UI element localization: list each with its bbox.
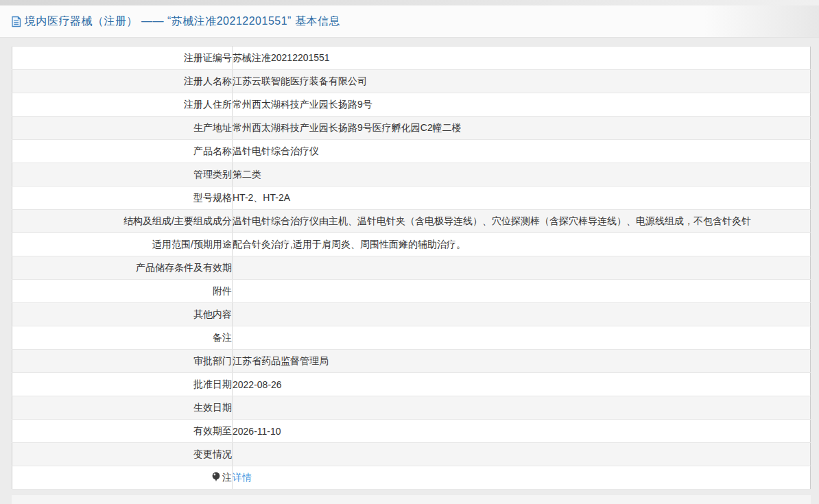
- page-header: 境内医疗器械（注册） —— “苏械注准20212201551” 基本信息: [0, 5, 819, 38]
- table-row: 备注: [12, 326, 811, 350]
- row-label: 批准日期: [12, 373, 233, 396]
- detail-link[interactable]: 详情: [233, 472, 252, 483]
- row-label: 备注: [12, 326, 233, 350]
- table-row: 适用范围/预期用途 配合针灸治疗,适用于肩周炎、周围性面瘫的辅助治疗。: [12, 233, 811, 256]
- row-value: 2022-08-26: [233, 373, 811, 396]
- main-content: 注册证编号 苏械注准20212201551 注册人名称 江苏云联智能医疗装备有限…: [0, 38, 819, 504]
- row-value: 常州西太湖科技产业园长扬路9号医疗孵化园C2幢二楼: [233, 117, 811, 140]
- row-value: 配合针灸治疗,适用于肩周炎、周围性面瘫的辅助治疗。: [233, 233, 811, 256]
- row-value: 第二类: [233, 163, 811, 187]
- table-row: 管理类别 第二类: [12, 163, 811, 187]
- row-label: 产品储存条件及有效期: [12, 256, 233, 280]
- row-label: 生效日期: [12, 396, 233, 420]
- row-value: [233, 443, 811, 466]
- table-row: 批准日期 2022-08-26: [12, 373, 811, 396]
- table-row: 变更情况: [12, 443, 811, 466]
- row-value: 常州西太湖科技产业园长扬路9号: [233, 93, 811, 117]
- registration-info-table: 注册证编号 苏械注准20212201551 注册人名称 江苏云联智能医疗装备有限…: [12, 46, 811, 490]
- table-row: 注册证编号 苏械注准20212201551: [12, 47, 811, 70]
- row-label: 附件: [12, 280, 233, 303]
- row-label: 结构及组成/主要组成成分: [12, 210, 233, 233]
- row-label: 其他内容: [12, 303, 233, 326]
- table-row: 型号规格 HT-2、HT-2A: [12, 187, 811, 210]
- table-row: 生效日期: [12, 396, 811, 420]
- note-row-label: 注: [222, 472, 232, 484]
- row-value: 温针电针综合治疗仪: [233, 140, 811, 163]
- document-icon: [10, 16, 22, 27]
- row-label: 适用范围/预期用途: [12, 233, 233, 256]
- top-strip: [0, 0, 819, 5]
- row-value: [233, 280, 811, 303]
- table-row: 注 详情: [12, 466, 811, 490]
- page-title: 境内医疗器械（注册） —— “苏械注准20212201551” 基本信息: [25, 14, 340, 29]
- table-row: 产品名称 温针电针综合治疗仪: [12, 140, 811, 163]
- row-value: HT-2、HT-2A: [233, 187, 811, 210]
- table-row: 注册人住所 常州西太湖科技产业园长扬路9号: [12, 93, 811, 117]
- footer-strip: [12, 495, 811, 504]
- table-row: 其他内容: [12, 303, 811, 326]
- table-row: 审批部门 江苏省药品监督管理局: [12, 350, 811, 373]
- row-label: 生产地址: [12, 117, 233, 140]
- row-value: [233, 396, 811, 420]
- table-row: 产品储存条件及有效期: [12, 256, 811, 280]
- row-value: 江苏省药品监督管理局: [233, 350, 811, 373]
- row-label: 有效期至: [12, 420, 233, 443]
- row-value: 2026-11-10: [233, 420, 811, 443]
- row-value: [233, 303, 811, 326]
- row-label: 注: [12, 466, 233, 490]
- row-label: 注册人名称: [12, 70, 233, 93]
- row-label: 审批部门: [12, 350, 233, 373]
- row-value: 详情: [233, 466, 811, 490]
- table-row: 结构及组成/主要组成成分 温针电针综合治疗仪由主机、温针电针夹（含电极导连线）、…: [12, 210, 811, 233]
- row-label: 变更情况: [12, 443, 233, 466]
- row-label: 管理类别: [12, 163, 233, 187]
- row-value: [233, 326, 811, 350]
- row-label: 注册证编号: [12, 47, 233, 70]
- table-row: 注册人名称 江苏云联智能医疗装备有限公司: [12, 70, 811, 93]
- row-label: 注册人住所: [12, 93, 233, 117]
- row-value: 温针电针综合治疗仪由主机、温针电针夹（含电极导连线）、穴位探测棒（含探穴棒导连线…: [233, 210, 811, 233]
- table-row: 生产地址 常州西太湖科技产业园长扬路9号医疗孵化园C2幢二楼: [12, 117, 811, 140]
- row-label: 型号规格: [12, 187, 233, 210]
- table-row: 附件: [12, 280, 811, 303]
- row-value: [233, 256, 811, 280]
- table-row: 有效期至 2026-11-10: [12, 420, 811, 443]
- row-label: 产品名称: [12, 140, 233, 163]
- row-value: 江苏云联智能医疗装备有限公司: [233, 70, 811, 93]
- note-bulb-icon: [212, 472, 220, 484]
- row-value: 苏械注准20212201551: [233, 47, 811, 70]
